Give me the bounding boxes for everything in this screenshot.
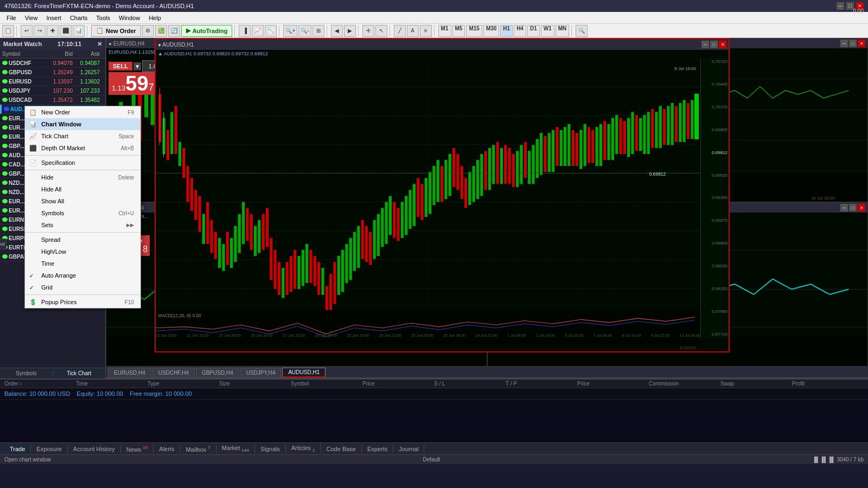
cm-hide-all[interactable]: Hide All [25,183,141,195]
menu-file[interactable]: File [2,14,21,22]
tb-bar-chart[interactable]: ▐ [239,25,251,37]
audusd-close-btn[interactable]: ✕ [719,41,726,48]
svg-rect-221 [607,124,610,160]
bnav-mailbox[interactable]: Mailbox 7 [180,444,216,454]
menu-view[interactable]: View [21,14,42,22]
tf-m30[interactable]: M30 [483,25,499,37]
market-watch-header: Market Watch 17:10:11 ✕ [0,38,105,50]
mw-row-usdcad[interactable]: USDCAD1.354721.35482 [0,95,105,105]
tf-h4[interactable]: H4 [514,25,526,37]
bnav-alerts[interactable]: Alerts [154,445,180,453]
tab-eurusd[interactable]: EURUSD,H4 [108,368,151,377]
bnav-codebase[interactable]: Code Base [321,445,362,453]
cm-hide[interactable]: Hide Delete [25,171,141,183]
br-minimize-btn[interactable]: ─ [840,204,848,211]
mw-row-usdjpy[interactable]: USDJPY107.230107.233 [0,86,105,95]
menu-tools[interactable]: Tools [92,14,114,22]
market-watch-close[interactable]: ✕ [97,41,102,48]
cm-sets[interactable]: Sets ▶ [25,219,141,231]
bnav-account-history[interactable]: Account History [68,445,121,453]
mw-row-gbpusd[interactable]: GBPUSD1.262491.26257 [0,68,105,77]
tb-scroll-right[interactable]: ▶ [344,25,356,37]
cm-depth-of-market[interactable]: ⬛ Depth Of Market Alt+B [25,142,141,154]
audusd-minimize-btn[interactable]: ─ [701,41,709,48]
tb-arrow[interactable]: ↖ [375,25,387,37]
tf-w1[interactable]: W1 [541,25,554,37]
gbpusd-close-btn[interactable]: ✕ [858,40,865,47]
audusd-restore-btn[interactable]: □ [710,41,718,48]
bnav-exposure[interactable]: Exposure [31,445,67,453]
terminal-side-tab[interactable]: Terminal [0,239,7,249]
tb-candle-chart[interactable]: 📈 [252,25,264,37]
audusd-chart-body[interactable]: ▲ AUDUSD,H1 0.69732 0.69820 0.69732 0.69… [156,50,729,351]
tb-draw-text[interactable]: A [407,25,419,37]
tf-m1[interactable]: M1 [438,25,451,37]
toolbar-btn-7[interactable]: 💹 [155,25,167,37]
cm-new-order[interactable]: 📋 New Order F9 [25,106,141,118]
tb-scroll-left[interactable]: ◀ [331,25,343,37]
toolbar-btn-6[interactable]: ⚙ [142,25,154,37]
bnav-journal[interactable]: Journal [393,445,424,453]
cm-tick-chart[interactable]: 📈 Tick Chart Space [25,130,141,142]
cm-specification[interactable]: 📄 Specification [25,157,141,169]
tab-gbpusd[interactable]: GBPUSD,H4 [196,368,239,377]
tf-d1[interactable]: D1 [527,25,540,37]
gbpusd-minimize-btn[interactable]: ─ [840,40,848,47]
new-order-btn[interactable]: 📋 New Order [91,25,141,37]
mw-tab-tick-chart[interactable]: Tick Chart [53,370,106,376]
cm-spread[interactable]: Spread [25,234,141,246]
tb-search[interactable]: 🔍 [576,25,588,37]
menu-help[interactable]: Help [144,14,165,22]
mw-row-eurusd1[interactable]: EURUSD1.135971.13602 [0,77,105,86]
toolbar-btn-8[interactable]: 🔄 [168,25,180,37]
br-maximize-btn[interactable]: □ [849,204,857,211]
tb-crosshair[interactable]: ✛ [362,25,374,37]
tb-fibonacci[interactable]: ≡ [420,25,432,37]
tb-line-chart[interactable]: 📉 [265,25,277,37]
tf-m15[interactable]: M15 [466,25,482,37]
tf-m5[interactable]: M5 [452,25,465,37]
cm-auto-arrange[interactable]: ✓ Auto Arrange [25,269,141,281]
free-margin-value: 10 000.00 [165,390,192,397]
bnav-articles[interactable]: Articles 1 [286,444,321,454]
cm-popup-prices[interactable]: 💲 Popup Prices F10 [25,296,141,308]
cm-show-all[interactable]: Show All [25,195,141,207]
cm-chart-window[interactable]: 📊 Chart Window [25,118,141,130]
tab-audusd[interactable]: AUDUSD,H1 [282,368,326,377]
tf-mn[interactable]: MN [556,25,570,37]
menu-charts[interactable]: Charts [66,14,92,22]
br-close-btn[interactable]: ✕ [858,204,865,211]
toolbar-btn-3[interactable]: ✚ [47,25,59,37]
tab-usdjpy[interactable]: USDJPY,H4 [240,368,282,377]
minimize-btn[interactable]: ─ [837,2,844,10]
balance-row: Balance: 10 000.00 USD Equity: 10 000.00… [0,388,868,400]
gbpusd-maximize-btn[interactable]: □ [849,40,857,47]
mw-row-usdchf[interactable]: USDCHF0.940780.94087 [0,59,105,68]
eurusd-sell-btn[interactable]: SELL [108,62,132,70]
tb-draw-line[interactable]: ╱ [394,25,406,37]
cm-symbols[interactable]: Symbols Ctrl+U [25,207,141,219]
bnav-news[interactable]: News 99 [121,444,154,454]
tab-usdchf[interactable]: USDCHF,H4 [152,368,195,377]
mw-tab-symbols[interactable]: Symbols [0,370,53,376]
cm-grid[interactable]: ✓ Grid [25,281,141,293]
svg-rect-188 [476,160,479,199]
bnav-market[interactable]: Market 144 [216,444,255,454]
toolbar-btn-1[interactable]: ↩ [21,25,33,37]
tb-zoom-out[interactable]: 🔍- [298,25,311,37]
bnav-trade[interactable]: Trade [4,445,31,453]
toolbar-btn-2[interactable]: ↪ [34,25,46,37]
tb-zoom-in[interactable]: 🔍+ [283,25,297,37]
toolbar-btn-5[interactable]: 📊 [73,25,85,37]
bnav-experts[interactable]: Experts [362,445,393,453]
new-order-toolbar-btn[interactable]: 📋 [2,25,14,37]
autotrading-btn[interactable]: ▶ AutoTrading [181,25,233,37]
cm-time[interactable]: Time [25,258,141,269]
bnav-signals[interactable]: Signals [255,445,286,453]
tb-fit[interactable]: ⊞ [312,25,324,37]
menu-insert[interactable]: Insert [42,14,66,22]
toolbar-btn-4[interactable]: ⬛ [60,25,72,37]
tf-h1[interactable]: H1 [500,25,513,37]
menu-window[interactable]: Window [114,14,144,22]
cm-high-low[interactable]: High/Low [25,246,141,258]
